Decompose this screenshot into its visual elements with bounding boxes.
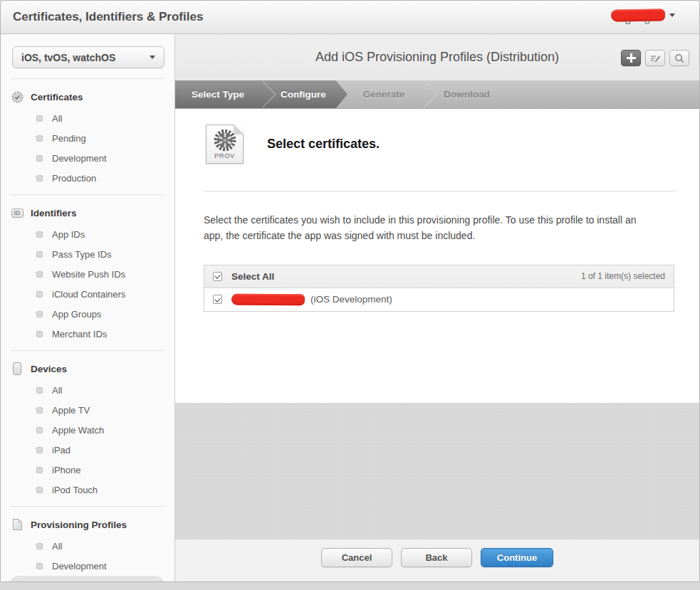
bullet-icon [36,175,43,181]
sidebar-item-certificates-pending[interactable]: Pending [1,128,174,148]
sidebar-item-pass-type-ids[interactable]: Pass Type IDs [1,244,174,264]
chevron-right-icon [249,80,276,107]
bullet-icon [36,291,43,297]
sidebar-item-icloud-containers[interactable]: iCloud Containers [1,284,174,304]
content-area: PROV Select certificates. Select the cer… [175,109,699,403]
sidebar-item-ipad[interactable]: iPad [1,440,174,460]
bullet-icon [36,447,43,453]
divider [204,191,676,191]
step-generate: Generate [363,89,405,100]
cancel-button[interactable]: Cancel [321,548,392,567]
prov-file-icon: PROV [206,125,244,164]
bullet-icon [36,387,43,394]
main-panel: Add iOS Provisioning Profiles (Distribut… [175,34,699,581]
sidebar-item-app-ids[interactable]: App IDs [1,224,174,244]
sidebar: iOS, tvOS, watchOS Certificates All Pend… [1,34,175,581]
redacted-account-name [611,9,665,21]
sidebar-item-devices-all[interactable]: All [1,380,174,400]
sidebar-item-website-push-ids[interactable]: Website Push IDs [1,264,174,284]
bullet-icon [36,331,43,337]
divider [11,506,164,507]
certificate-seal-icon [10,90,24,104]
bullet-icon [36,407,43,413]
phone-icon [10,362,24,376]
step-configure: Configure [281,89,326,100]
bullet-icon [36,563,43,569]
account-menu[interactable] [611,9,675,21]
sidebar-item-ipod-touch[interactable]: iPod Touch [1,480,174,500]
pencil-icon [650,53,661,63]
page-title: Certificates, Identifiers & Profiles [13,10,203,24]
divider [11,194,164,195]
divider [11,78,164,79]
sidebar-item-merchant-ids[interactable]: Merchant IDs [1,324,174,344]
step-select-type: Select Type [192,89,244,100]
continue-button[interactable]: Continue [481,548,553,567]
prov-file-label: PROV [214,152,235,159]
sidebar-item-certificates-development[interactable]: Development [1,148,174,168]
page-background [0,582,700,590]
bullet-icon [36,135,43,142]
platform-dropdown[interactable]: iOS, tvOS, watchOS [12,46,164,68]
progress-steps: Select Type Configure Generate Download [175,80,699,109]
certificate-checkbox[interactable] [213,295,222,304]
certificates-table: Select All 1 of 1 item(s) selected (iOS … [204,265,674,312]
bullet-icon [36,311,43,317]
divider [11,350,164,351]
sidebar-item-certificates-production[interactable]: Production [1,168,174,188]
select-all-checkbox[interactable] [213,272,222,281]
select-all-label: Select All [231,271,274,282]
bullet-icon [36,251,43,258]
sidebar-item-app-groups[interactable]: App Groups [1,304,174,324]
add-button[interactable] [621,50,641,66]
bullet-icon [36,271,43,278]
section-heading: Select certificates. [267,137,380,152]
table-header-row: Select All 1 of 1 item(s) selected [204,265,674,288]
sidebar-section-devices: Devices [1,357,174,380]
gear-icon [212,127,238,153]
plus-icon [627,53,636,63]
sidebar-item-apple-watch[interactable]: Apple Watch [1,420,174,440]
footer-bar: Cancel Back Continue [175,539,699,581]
sidebar-item-profiles-all[interactable]: All [1,536,174,556]
sidebar-item-profiles-development[interactable]: Development [1,556,174,576]
sidebar-item-iphone[interactable]: iPhone [1,460,174,480]
section-description: Select the certificates you wish to incl… [204,212,657,244]
back-button[interactable]: Back [401,548,472,567]
edit-button[interactable] [645,50,665,66]
sidebar-item-profiles-distribution[interactable]: Distribution [9,576,164,581]
document-icon [10,517,24,532]
main-title: Add iOS Provisioning Profiles (Distribut… [315,50,559,65]
bullet-icon [36,115,43,122]
redacted-certificate-name [231,293,305,305]
steps-completed-segment: Select Type Configure [175,80,348,108]
table-row: (iOS Development) [204,288,674,311]
bullet-icon [36,543,43,549]
bullet-icon [36,427,43,433]
chevron-down-icon [669,14,675,17]
top-bar: Certificates, Identifiers & Profiles [1,1,699,34]
sidebar-section-certificates: Certificates [1,85,174,108]
sidebar-section-provisioning-profiles: Provisioning Profiles [1,513,174,536]
platform-dropdown-label: iOS, tvOS, watchOS [21,52,115,63]
sidebar-item-apple-tv[interactable]: Apple TV [1,400,174,420]
id-badge-icon: ID [10,206,24,220]
step-download: Download [444,89,490,100]
selected-count: 1 of 1 item(s) selected [581,271,665,281]
search-button[interactable] [669,50,689,66]
bullet-icon [36,231,43,238]
sidebar-item-certificates-all[interactable]: All [1,108,174,128]
sidebar-section-identifiers: ID Identifiers [1,201,174,224]
chevron-down-icon [150,56,155,59]
search-icon [674,53,684,63]
app-window: Certificates, Identifiers & Profiles iOS… [0,0,700,582]
bullet-icon [36,155,43,162]
chevron-right-icon [411,80,438,107]
bullet-icon [36,487,43,493]
main-header: Add iOS Provisioning Profiles (Distribut… [175,34,699,80]
texture-background [175,403,699,539]
certificate-type-label: (iOS Development) [310,294,392,305]
bullet-icon [36,467,43,473]
